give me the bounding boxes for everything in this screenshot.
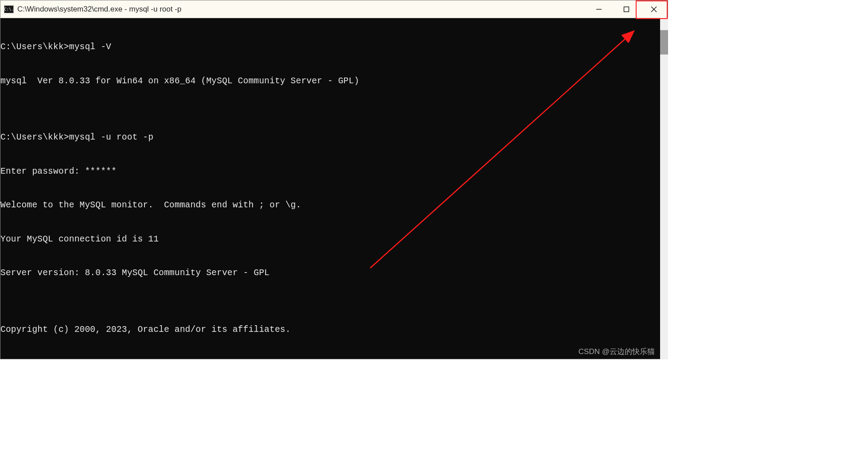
window-controls (585, 0, 668, 18)
terminal-line: Copyright (c) 2000, 2023, Oracle and/or … (0, 324, 668, 336)
minimize-button[interactable] (585, 0, 613, 18)
terminal-line: C:\Users\kkk>mysql -u root -p (0, 132, 668, 144)
terminal-line: Server version: 8.0.33 MySQL Community S… (0, 268, 668, 279)
close-button[interactable] (640, 0, 668, 18)
minimize-icon (596, 6, 602, 12)
maximize-button[interactable] (613, 0, 640, 18)
svg-rect-1 (624, 7, 629, 12)
terminal-line: mysql Ver 8.0.33 for Win64 on x86_64 (My… (0, 76, 668, 87)
scrollbar-thumb[interactable] (660, 30, 668, 54)
vertical-scrollbar[interactable] (660, 18, 668, 359)
cmd-icon: C:\. (4, 5, 14, 13)
terminal-output[interactable]: C:\Users\kkk>mysql -V mysql Ver 8.0.33 f… (0, 18, 668, 359)
window-title: C:\Windows\system32\cmd.exe - mysql -u r… (17, 5, 585, 14)
terminal-line: Enter password: ****** (0, 166, 668, 178)
watermark-text: CSDN @云边的快乐猫 (579, 346, 655, 357)
cmd-window: C:\. C:\Windows\system32\cmd.exe - mysql… (0, 0, 668, 359)
close-icon (651, 6, 657, 12)
maximize-icon (623, 6, 629, 12)
terminal-line: Welcome to the MySQL monitor. Commands e… (0, 200, 668, 211)
titlebar[interactable]: C:\. C:\Windows\system32\cmd.exe - mysql… (0, 0, 668, 18)
terminal-line: C:\Users\kkk>mysql -V (0, 42, 668, 53)
terminal-line: Your MySQL connection id is 11 (0, 234, 668, 245)
